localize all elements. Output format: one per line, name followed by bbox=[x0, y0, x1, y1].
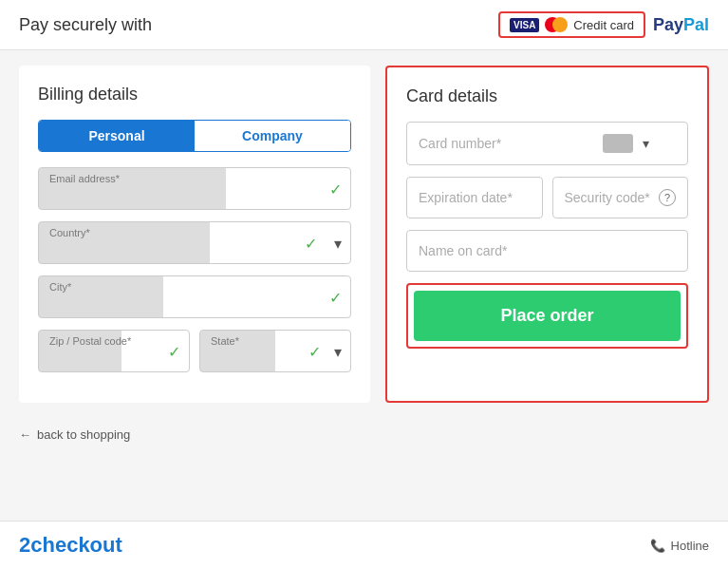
name-field[interactable]: Name on card* bbox=[406, 230, 688, 272]
state-check-icon: ✓ bbox=[308, 342, 321, 360]
card-dropdown-icon[interactable]: ▾ bbox=[643, 136, 649, 151]
billing-tabs: Personal Company bbox=[38, 120, 351, 152]
card-gray-icon bbox=[603, 134, 633, 153]
hotline: 📞 Hotline bbox=[650, 539, 709, 553]
country-field-container: Country* ✓ ▾ bbox=[38, 221, 351, 264]
back-label: back to shopping bbox=[37, 427, 130, 442]
main-content: Billing details Personal Company Email a… bbox=[0, 50, 728, 418]
zip-field-container: Zip / Postal code* ✓ bbox=[38, 330, 190, 372]
name-placeholder: Name on card* bbox=[419, 243, 507, 258]
expiration-field[interactable]: Expiration date* bbox=[406, 177, 543, 218]
brand-logo: 2checkout bbox=[19, 533, 122, 558]
page-title: Pay securely with bbox=[19, 15, 152, 35]
footer: 2checkout 📞 Hotline bbox=[0, 521, 728, 569]
email-check-icon: ✓ bbox=[329, 180, 342, 198]
paypal-option[interactable]: PayPal bbox=[653, 15, 709, 35]
billing-title: Billing details bbox=[38, 85, 351, 104]
state-dropdown-icon[interactable]: ▾ bbox=[334, 342, 342, 360]
security-placeholder: Security code* bbox=[565, 190, 650, 205]
visa-icon: VISA bbox=[510, 18, 539, 32]
zip-state-row: Zip / Postal code* ✓ State* ✓ ▾ bbox=[38, 330, 351, 384]
state-label: State* bbox=[211, 335, 239, 347]
country-label: Country* bbox=[49, 227, 90, 238]
back-arrow-icon: ← bbox=[19, 427, 31, 442]
card-details-row: Expiration date* Security code* ? bbox=[406, 177, 688, 218]
credit-card-label: Credit card bbox=[573, 18, 634, 32]
billing-section: Billing details Personal Company Email a… bbox=[19, 66, 370, 403]
zip-label: Zip / Postal code* bbox=[49, 335, 131, 347]
city-label: City* bbox=[49, 281, 71, 293]
back-link[interactable]: ← back to shopping bbox=[0, 418, 149, 451]
card-number-placeholder: Card number* bbox=[419, 136, 501, 151]
hotline-label: Hotline bbox=[671, 539, 709, 553]
zip-check-icon: ✓ bbox=[168, 342, 180, 360]
security-help-icon[interactable]: ? bbox=[659, 189, 676, 206]
email-label: Email address* bbox=[49, 173, 120, 184]
place-order-button[interactable]: Place order bbox=[414, 291, 681, 341]
country-dropdown-icon[interactable]: ▾ bbox=[334, 234, 342, 252]
country-check-icon: ✓ bbox=[305, 234, 317, 252]
credit-card-option[interactable]: VISA Credit card bbox=[498, 11, 645, 38]
card-number-field[interactable]: Card number* ▾ bbox=[406, 122, 688, 165]
city-input[interactable] bbox=[38, 275, 351, 318]
card-type-icons: ▾ bbox=[603, 134, 649, 153]
city-field-container: City* ✓ bbox=[38, 275, 351, 318]
expiration-placeholder: Expiration date* bbox=[419, 190, 513, 205]
security-field[interactable]: Security code* ? bbox=[552, 177, 689, 218]
state-field-container: State* ✓ ▾ bbox=[199, 330, 351, 372]
card-title: Card details bbox=[406, 86, 688, 106]
card-section: Card details Card number* ▾ Expiration d… bbox=[385, 66, 709, 403]
tab-company[interactable]: Company bbox=[195, 121, 350, 151]
header: Pay securely with VISA Credit card PayPa… bbox=[0, 0, 728, 50]
mastercard-icon bbox=[545, 17, 568, 32]
place-order-section: Place order bbox=[406, 283, 688, 349]
tab-personal[interactable]: Personal bbox=[39, 121, 195, 151]
phone-icon: 📞 bbox=[650, 539, 665, 553]
email-field-container: Email address* ✓ bbox=[38, 167, 351, 210]
payment-options: VISA Credit card PayPal bbox=[498, 11, 709, 38]
city-check-icon: ✓ bbox=[329, 288, 342, 306]
